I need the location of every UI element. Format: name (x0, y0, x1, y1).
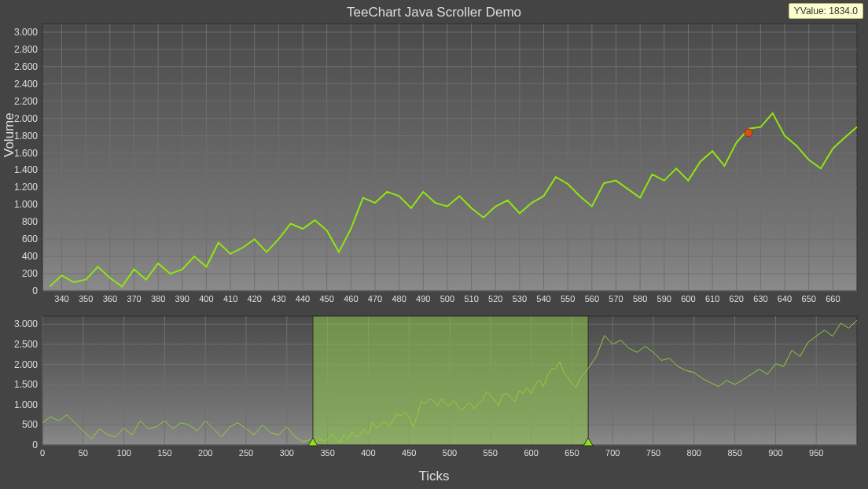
x-tick-label: 640 (778, 294, 792, 303)
ov-x-tick-label: 350 (320, 448, 334, 458)
ov-y-tick-label: 0 (32, 439, 38, 450)
x-tick-label: 420 (248, 294, 262, 303)
ov-x-tick-label: 850 (727, 448, 741, 458)
x-tick-label: 650 (802, 294, 816, 303)
x-tick-label: 520 (488, 294, 502, 303)
data-point-marker[interactable] (745, 129, 752, 137)
ov-y-tick-label: 500 (22, 419, 38, 430)
ov-x-tick-label: 750 (646, 448, 660, 458)
x-tick-label: 500 (440, 294, 454, 303)
x-tick-label: 340 (54, 294, 68, 303)
x-tick-label: 630 (753, 294, 767, 303)
ov-y-tick-label: 2.000 (14, 359, 38, 370)
ov-x-tick-label: 250 (239, 448, 253, 458)
x-tick-label: 560 (585, 294, 599, 303)
x-tick-label: 400 (199, 294, 213, 303)
ov-x-tick-label: 400 (361, 448, 375, 458)
x-tick-label: 530 (513, 294, 527, 303)
ov-x-tick-label: 300 (280, 448, 294, 458)
x-tick-label: 390 (175, 294, 189, 303)
svg-rect-0 (42, 24, 857, 291)
x-tick-label: 450 (320, 294, 334, 303)
ov-x-tick-label: 950 (809, 448, 823, 458)
ov-x-tick-label: 500 (443, 448, 457, 458)
y-tick-label: 1.000 (14, 199, 38, 210)
y-tick-label: 2.000 (14, 113, 38, 124)
overview-chart[interactable]: 05001.0001.5002.0002.5003.00005010015020… (0, 313, 868, 470)
x-tick-label: 480 (392, 294, 406, 303)
y-tick-label: 200 (22, 268, 38, 279)
y-tick-label: 1.400 (14, 164, 38, 175)
ov-x-tick-label: 700 (605, 448, 620, 458)
ov-x-tick-label: 100 (116, 448, 131, 458)
ov-x-tick-label: 650 (565, 448, 579, 458)
x-tick-label: 580 (633, 294, 647, 303)
x-tick-label: 490 (416, 294, 430, 303)
x-tick-label: 540 (536, 294, 550, 303)
x-tick-label: 610 (705, 294, 719, 303)
ov-y-tick-label: 3.000 (14, 318, 38, 329)
ov-x-tick-label: 900 (768, 448, 782, 458)
scroller-selection[interactable] (313, 316, 588, 445)
x-axis-label: Ticks (0, 469, 868, 484)
ov-x-tick-label: 200 (198, 448, 212, 458)
x-tick-label: 470 (368, 294, 382, 303)
y-tick-label: 400 (22, 251, 38, 262)
x-tick-label: 570 (609, 294, 623, 303)
y-tick-label: 1.800 (14, 131, 38, 142)
x-tick-label: 360 (103, 294, 117, 303)
main-chart[interactable]: 02004006008001.0001.2001.4001.6001.8002.… (0, 0, 868, 311)
x-tick-label: 660 (826, 294, 840, 303)
x-tick-label: 460 (344, 294, 358, 303)
ov-x-tick-label: 550 (484, 448, 498, 458)
ov-x-tick-label: 450 (402, 448, 416, 458)
y-tick-label: 1.200 (14, 182, 38, 193)
y-tick-label: 2.400 (14, 79, 38, 90)
y-tick-label: 2.600 (14, 61, 38, 72)
ov-y-tick-label: 1.000 (14, 399, 38, 410)
x-tick-label: 410 (223, 294, 237, 303)
ov-x-tick-label: 0 (40, 448, 45, 458)
x-tick-label: 380 (151, 294, 165, 303)
y-tick-label: 2.200 (14, 96, 38, 107)
y-tick-label: 600 (22, 233, 38, 244)
y-tick-label: 3.000 (14, 27, 38, 38)
y-tick-label: 1.600 (14, 148, 38, 159)
ov-x-tick-label: 150 (157, 448, 171, 458)
ov-y-tick-label: 2.500 (14, 339, 38, 350)
x-tick-label: 370 (127, 294, 141, 303)
x-tick-label: 590 (657, 294, 671, 303)
ov-x-tick-label: 600 (524, 448, 538, 458)
x-tick-label: 510 (464, 294, 478, 303)
x-tick-label: 620 (730, 294, 744, 303)
ov-y-tick-label: 1.500 (14, 379, 38, 390)
y-tick-label: 2.800 (14, 44, 38, 55)
y-tick-label: 0 (32, 285, 38, 296)
x-tick-label: 600 (681, 294, 695, 303)
x-tick-label: 430 (271, 294, 285, 303)
ov-x-tick-label: 800 (687, 448, 701, 458)
x-tick-label: 550 (561, 294, 575, 303)
x-tick-label: 350 (79, 294, 93, 303)
x-tick-label: 440 (296, 294, 310, 303)
y-tick-label: 800 (22, 216, 38, 227)
ov-x-tick-label: 50 (79, 448, 88, 458)
